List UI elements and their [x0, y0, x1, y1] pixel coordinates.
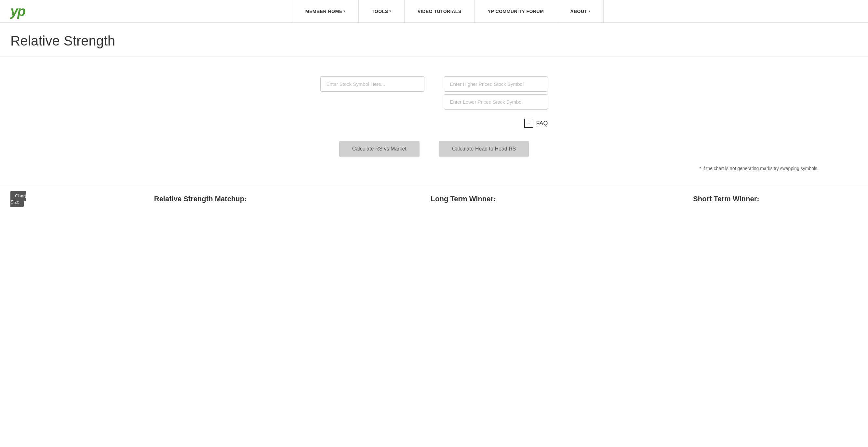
- bottom-section: Chart Size Relative Strength Matchup: Lo…: [0, 185, 868, 213]
- header: yp MEMBER HOME ▾ TOOLS ▾ VIDEO TUTORIALS…: [0, 0, 868, 23]
- matchup-label: Relative Strength Matchup:: [69, 195, 332, 203]
- faq-plus-icon[interactable]: +: [524, 119, 533, 128]
- nav-about[interactable]: ABOUT ▾: [557, 0, 603, 23]
- chevron-down-icon: ▾: [389, 9, 391, 13]
- chevron-down-icon: ▾: [589, 9, 591, 13]
- lower-stock-input[interactable]: [444, 94, 548, 109]
- logo-text: yp: [10, 5, 25, 18]
- nav-member-home[interactable]: MEMBER HOME ▾: [292, 0, 359, 23]
- calculate-head-to-head-button[interactable]: Calculate Head to Head RS: [439, 141, 529, 157]
- right-column: + FAQ: [444, 76, 548, 128]
- main-content: + FAQ Calculate RS vs Market Calculate H…: [0, 57, 868, 185]
- single-stock-input[interactable]: [320, 76, 425, 92]
- nav-tools[interactable]: TOOLS ▾: [359, 0, 405, 23]
- faq-label[interactable]: FAQ: [536, 120, 548, 127]
- higher-stock-input[interactable]: [444, 76, 548, 92]
- faq-row: + FAQ: [524, 119, 548, 128]
- page-title: Relative Strength: [10, 33, 858, 49]
- chart-size-badge[interactable]: Chart Size: [10, 191, 26, 207]
- bottom-labels-row: Chart Size Relative Strength Matchup: Lo…: [10, 193, 858, 205]
- logo[interactable]: yp: [10, 5, 25, 18]
- main-nav: MEMBER HOME ▾ TOOLS ▾ VIDEO TUTORIALS YP…: [38, 0, 858, 23]
- swap-note: * If the chart is not generating marks t…: [700, 165, 819, 172]
- nav-video-tutorials[interactable]: VIDEO TUTORIALS: [405, 0, 475, 23]
- calculate-rs-market-button[interactable]: Calculate RS vs Market: [339, 141, 420, 157]
- tools-row: + FAQ: [10, 76, 858, 128]
- page-title-section: Relative Strength: [0, 23, 868, 57]
- results-labels: Relative Strength Matchup: Long Term Win…: [69, 195, 858, 203]
- nav-community-forum[interactable]: YP COMMUNITY FORUM: [475, 0, 557, 23]
- head-to-head-inputs: [444, 76, 548, 109]
- short-term-label: Short Term Winner:: [595, 195, 858, 203]
- spacer: Chart Size: [10, 193, 69, 205]
- long-term-label: Long Term Winner:: [332, 195, 594, 203]
- chevron-down-icon: ▾: [343, 9, 345, 13]
- left-column: [320, 76, 425, 92]
- buttons-row: Calculate RS vs Market Calculate Head to…: [10, 141, 858, 157]
